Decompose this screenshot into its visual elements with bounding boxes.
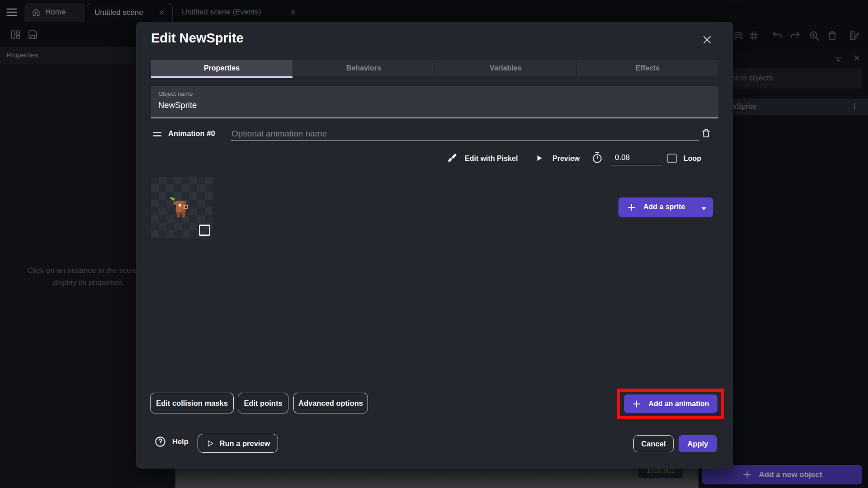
run-a-preview-button[interactable]: Run a preview: [198, 434, 278, 453]
dialog-title: Edit NewSprite: [151, 31, 244, 46]
button-divider: [695, 197, 695, 217]
preview-button[interactable]: Preview: [552, 155, 580, 163]
loop-label: Loop: [684, 155, 701, 163]
sprite-frame-thumbnail[interactable]: [151, 177, 212, 238]
tab-behaviors[interactable]: Behaviors: [293, 60, 435, 76]
animation-label: Animation #0: [168, 129, 215, 138]
apply-button[interactable]: Apply: [679, 435, 717, 452]
add-sprite-button[interactable]: Add a sprite: [618, 197, 713, 217]
object-name-field[interactable]: Object name NewSprite: [151, 86, 718, 118]
close-dialog-icon[interactable]: [702, 34, 712, 45]
loop-checkbox[interactable]: [667, 154, 677, 163]
brush-icon: [447, 153, 458, 164]
question-circle-icon: [154, 436, 166, 448]
chevron-down-icon[interactable]: [700, 205, 708, 211]
stopwatch-icon: [591, 151, 604, 164]
add-an-animation-label: Add an animation: [648, 400, 709, 408]
edit-sprite-dialog: Edit NewSprite Properties Behaviors Vari…: [136, 22, 733, 469]
help-button[interactable]: Help: [154, 436, 189, 448]
play-icon: [535, 154, 543, 162]
plus-icon: [627, 203, 636, 212]
edit-points-button[interactable]: Edit points: [238, 393, 288, 413]
advanced-options-button[interactable]: Advanced options: [293, 393, 368, 413]
tab-effects[interactable]: Effects: [577, 60, 718, 76]
delete-animation-icon[interactable]: [701, 128, 712, 139]
pig-sprite-image: [166, 197, 193, 220]
play-outline-icon: [206, 439, 214, 448]
animation-name-input[interactable]: [231, 127, 699, 141]
tab-properties[interactable]: Properties: [151, 60, 293, 76]
help-label: Help: [172, 437, 189, 446]
object-name-value: NewSprite: [158, 100, 197, 110]
cancel-button[interactable]: Cancel: [633, 435, 674, 452]
tab-variables[interactable]: Variables: [435, 60, 577, 76]
frame-duration-input[interactable]: [611, 152, 662, 165]
app-window: Home Untitled scene Untitled scene (Even…: [0, 0, 868, 488]
frame-select-checkbox[interactable]: [199, 225, 210, 236]
dialog-tab-bar: Properties Behaviors Variables Effects: [151, 60, 718, 76]
add-an-animation-button[interactable]: Add an animation: [624, 394, 717, 413]
add-sprite-label: Add a sprite: [643, 203, 685, 211]
plus-icon: [632, 399, 641, 408]
edit-with-piskel-button[interactable]: Edit with Piskel: [465, 155, 518, 163]
object-name-label: Object name: [158, 90, 193, 97]
edit-collision-masks-button[interactable]: Edit collision masks: [150, 393, 234, 413]
drag-handle-icon[interactable]: [153, 131, 162, 137]
